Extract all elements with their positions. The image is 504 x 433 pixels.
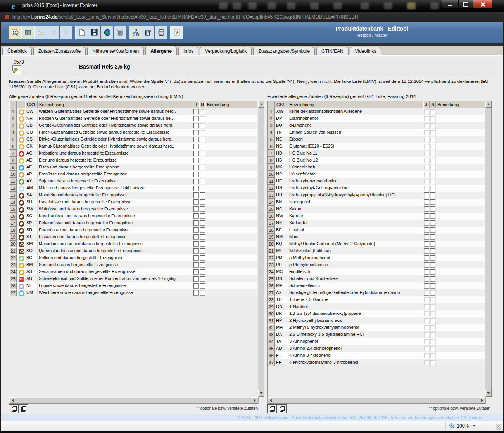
n-checkbox[interactable] [200,269,205,275]
j-checkbox[interactable] [424,360,429,365]
remark-cell[interactable] [436,296,485,303]
j-checkbox[interactable] [424,318,429,323]
n-checkbox[interactable] [200,255,205,261]
j-checkbox[interactable] [193,290,199,296]
remark-cell[interactable] [205,213,257,220]
row-number[interactable]: 1 [268,108,275,115]
row-number[interactable]: 9 [268,164,275,171]
row-number[interactable]: 19 [268,234,275,241]
remark-cell[interactable] [205,157,257,164]
column-header-bezeichnung[interactable]: Bezeichnung [288,101,423,108]
j-checkbox[interactable] [424,227,429,233]
remark-cell[interactable] [436,261,485,268]
row-number[interactable]: 12 [268,185,275,192]
row-number[interactable]: 17 [268,220,275,227]
row-number[interactable]: 6 [9,143,17,150]
tab-zusatzangaben-symbole[interactable]: Zusatzangaben/Symbole [253,47,315,55]
row-number[interactable]: 11 [268,178,275,185]
row-number[interactable]: 7 [9,150,17,157]
remark-cell[interactable] [436,324,485,331]
row-number[interactable]: 31 [268,317,275,324]
remark-cell[interactable] [205,247,257,254]
n-checkbox[interactable] [430,158,435,163]
remark-cell[interactable] [436,115,485,122]
scroll-down-button[interactable] [258,390,264,397]
row-number[interactable]: 16 [9,213,17,220]
row-number[interactable]: 34 [268,338,275,345]
remark-cell[interactable] [436,331,485,338]
n-checkbox[interactable] [430,165,435,170]
tab-infos[interactable]: Infos [178,47,198,55]
n-checkbox[interactable] [430,137,435,142]
tab-allergene[interactable]: Allergene [145,46,177,55]
j-checkbox[interactable] [424,144,429,149]
j-checkbox[interactable] [424,241,429,247]
n-checkbox[interactable] [430,179,435,184]
n-checkbox[interactable] [200,220,205,226]
remark-cell[interactable] [205,115,257,122]
n-checkbox[interactable] [430,297,435,302]
row-number[interactable]: 26 [9,282,17,289]
row-number[interactable]: 22 [9,254,17,261]
j-checkbox[interactable] [424,269,429,275]
n-checkbox[interactable] [430,283,435,289]
scroll-up-button[interactable] [258,101,264,108]
row-number[interactable]: 2 [9,115,17,122]
column-header[interactable] [9,101,17,108]
remark-cell[interactable] [436,317,485,324]
row-number[interactable]: 24 [9,268,17,275]
n-checkbox[interactable] [200,283,205,289]
remark-cell[interactable] [436,171,485,178]
remark-cell[interactable] [436,213,485,220]
row-number[interactable]: 20 [9,241,17,247]
row-number[interactable]: 18 [9,227,17,234]
scroll-down-button[interactable] [485,390,492,397]
j-checkbox[interactable] [193,151,199,156]
j-checkbox[interactable] [193,206,199,212]
row-number[interactable]: 4 [9,129,17,136]
remark-cell[interactable] [436,275,485,282]
remark-cell[interactable] [205,129,257,136]
remark-cell[interactable] [436,185,485,192]
url-text[interactable]: http://srv1.prins24.de/servlet/_Load_pri… [12,14,359,20]
j-checkbox[interactable] [193,269,199,275]
n-checkbox[interactable] [200,248,205,254]
row-number[interactable]: 36 [268,352,275,359]
tab-verpackung-logistik[interactable]: Verpackung/Logistik [200,47,252,55]
remark-cell[interactable] [436,164,485,171]
remark-cell[interactable] [205,122,257,129]
delete-button[interactable] [114,26,126,39]
remark-cell[interactable] [436,234,485,241]
row-number[interactable]: 33 [268,331,275,338]
structure-button[interactable] [129,26,142,39]
window-titlebar[interactable]: e prins 2015 [Food] - Internet Explorer [0,0,504,12]
address-bar[interactable]: http://srv1.prins24.de/servlet/_Load_pri… [0,12,504,22]
n-checkbox[interactable] [200,199,205,205]
row-number[interactable]: 14 [9,199,17,206]
n-checkbox[interactable] [430,206,435,212]
j-checkbox[interactable] [424,179,429,184]
row-number[interactable]: 24 [268,268,275,275]
remark-cell[interactable] [436,136,485,143]
resize-grip[interactable] [496,424,501,430]
row-number[interactable]: 17 [9,220,17,227]
row-number[interactable]: 21 [268,247,275,254]
n-checkbox[interactable] [430,290,435,296]
row-number[interactable]: 25 [268,275,275,282]
remark-cell[interactable] [436,247,485,254]
j-checkbox[interactable] [424,325,429,330]
j-checkbox[interactable] [193,262,199,268]
n-checkbox[interactable] [200,165,205,170]
remark-cell[interactable] [205,220,257,227]
j-checkbox[interactable] [424,339,429,344]
remark-cell[interactable] [205,275,257,282]
new-record-button[interactable] [75,26,88,39]
j-checkbox[interactable] [193,144,199,149]
row-number[interactable]: 7 [268,150,275,157]
row-number[interactable]: 18 [268,227,275,234]
remark-cell[interactable] [436,310,485,317]
row-number[interactable]: 23 [9,261,17,268]
n-checkbox[interactable] [430,234,435,240]
tab-nährwerte-kostformen[interactable]: Nährwerte/Kostformen [87,47,144,55]
remark-cell[interactable] [205,185,257,192]
